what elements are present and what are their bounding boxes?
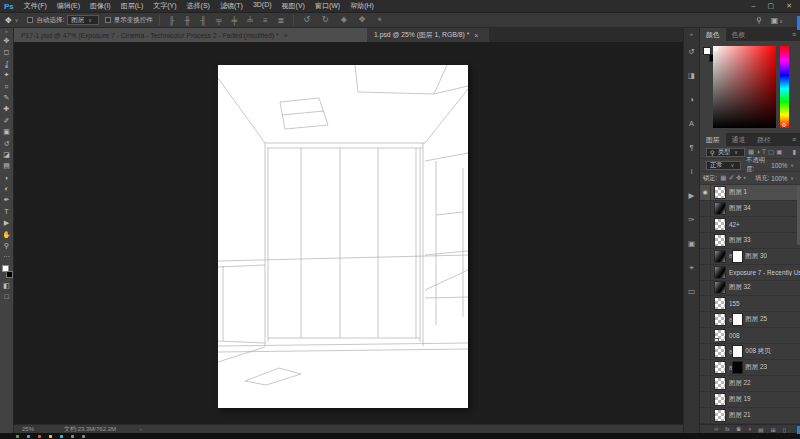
status-arrow-icon[interactable]: ＞: [138, 426, 143, 432]
visibility-toggle[interactable]: [700, 376, 711, 391]
filter-type-dropdown[interactable]: ⚲ 类型 ∨: [706, 148, 745, 157]
align-middle-icon[interactable]: ╪: [229, 16, 241, 25]
opacity-value[interactable]: 100%: [771, 162, 787, 169]
paragraph-panel-icon[interactable]: ¶: [689, 136, 693, 160]
move-tool[interactable]: ✥: [0, 35, 13, 46]
menu-item-8[interactable]: 视图(V): [277, 1, 310, 11]
edit-toolbar-icon[interactable]: ⋯: [0, 251, 13, 262]
menu-item-5[interactable]: 选择(S): [182, 1, 215, 11]
3d-drag-icon[interactable]: ◈: [338, 15, 350, 25]
dodge-tool[interactable]: ◐: [0, 183, 13, 194]
menu-item-9[interactable]: 窗口(W): [310, 1, 345, 11]
layer-row-1[interactable]: ◉图层 1: [700, 185, 800, 201]
layer-row-14[interactable]: 图层 19: [700, 392, 800, 408]
lock-transparent-icon[interactable]: ▦: [719, 174, 727, 182]
align-bottom-icon[interactable]: ╧: [244, 16, 256, 25]
layer-row-15[interactable]: 图层 21: [700, 408, 800, 424]
link-layers-icon[interactable]: ∞: [714, 426, 718, 432]
layer-row-2[interactable]: 图层 34: [700, 201, 800, 217]
eraser-tool[interactable]: ◪: [0, 149, 13, 160]
zoom-tool[interactable]: ⚲: [0, 240, 13, 251]
search-icon[interactable]: ⚲: [756, 16, 762, 25]
menu-item-10[interactable]: 帮助(H): [345, 1, 379, 11]
workspace-switcher-icon[interactable]: ▣∨: [771, 16, 786, 25]
chevron-down-icon[interactable]: ∨: [790, 175, 794, 181]
clone-source-panel-icon[interactable]: ▣: [688, 232, 695, 256]
minimize-button[interactable]: –: [752, 2, 756, 10]
hand-tool[interactable]: ✋: [0, 229, 13, 240]
auto-select-checkbox[interactable]: [27, 17, 33, 23]
tab-color[interactable]: 颜色: [700, 28, 726, 41]
canvas-area[interactable]: [14, 42, 683, 424]
zoom-level-field[interactable]: 25%: [22, 426, 56, 432]
path-selection-tool[interactable]: ▶: [0, 217, 13, 228]
taskbar-app-icon-1[interactable]: [27, 435, 30, 438]
history-panel-icon[interactable]: ↺: [688, 40, 694, 64]
lock-all-icon[interactable]: ▪: [742, 174, 746, 182]
healing-brush-tool[interactable]: ✚: [0, 103, 13, 114]
layer-mask-thumbnail[interactable]: [732, 313, 743, 326]
gradient-tool[interactable]: ▤: [0, 160, 13, 171]
visibility-toggle[interactable]: [700, 296, 711, 311]
filter-pixel-icon[interactable]: ▦: [747, 148, 755, 156]
auto-select-dropdown[interactable]: 图层 ∨: [67, 15, 99, 25]
quick-selection-tool[interactable]: ✦: [0, 69, 13, 80]
color-marker[interactable]: [714, 47, 718, 51]
taskbar-app-icon-2[interactable]: [38, 435, 41, 438]
panel-menu-icon[interactable]: ≡: [792, 133, 800, 146]
layer-row-10[interactable]: 008: [700, 328, 800, 344]
crop-tool[interactable]: ⌗: [0, 81, 13, 92]
visibility-toggle[interactable]: [700, 249, 711, 264]
document-canvas[interactable]: [218, 65, 468, 408]
filter-shape-icon[interactable]: ▢: [767, 148, 775, 156]
brushes-panel-icon[interactable]: ✑: [688, 208, 694, 232]
taskbar-app-icon-4[interactable]: [60, 435, 63, 438]
type-tool[interactable]: T: [0, 206, 13, 217]
hue-slider[interactable]: [780, 46, 789, 128]
menu-item-2[interactable]: 图像(I): [85, 1, 116, 11]
blur-tool[interactable]: ◗: [0, 172, 13, 183]
distribute-horizontal-icon[interactable]: ≡: [260, 16, 271, 25]
visibility-toggle[interactable]: [700, 281, 711, 296]
layer-mask-thumbnail[interactable]: [732, 250, 743, 263]
tab-swatches[interactable]: 色板: [726, 28, 752, 41]
saturation-brightness-field[interactable]: [713, 46, 776, 128]
visibility-toggle[interactable]: [700, 217, 711, 232]
lasso-tool[interactable]: ʆ: [0, 58, 13, 69]
tab-channels[interactable]: 通道: [726, 133, 752, 146]
menu-item-4[interactable]: 文字(Y): [148, 1, 181, 11]
visibility-toggle[interactable]: [700, 233, 711, 248]
document-tab-2[interactable]: 1.psd @ 25% (图层 1, RGB/8) *×: [367, 28, 489, 42]
toolbar-grip[interactable]: »: [5, 28, 8, 35]
eyedropper-tool[interactable]: ✎: [0, 92, 13, 103]
menu-item-1[interactable]: 编辑(E): [52, 1, 85, 11]
layer-row-11[interactable]: 8008 拷贝: [700, 344, 800, 360]
layer-row-12[interactable]: 8图层 23: [700, 360, 800, 376]
3d-scale-icon[interactable]: ⌖: [375, 15, 386, 25]
menu-item-6[interactable]: 滤镜(T): [215, 1, 248, 11]
visibility-toggle[interactable]: ◉: [700, 185, 711, 200]
layer-effects-icon[interactable]: fx: [725, 426, 730, 432]
align-top-icon[interactable]: ╤: [213, 16, 225, 25]
navigator-panel-icon[interactable]: ⌖: [689, 256, 693, 280]
group-layers-icon[interactable]: ▤: [758, 426, 764, 433]
taskbar-app-icon-6[interactable]: [82, 435, 85, 438]
distribute-vertical-icon[interactable]: ≣: [275, 16, 288, 25]
visibility-toggle[interactable]: [700, 344, 711, 359]
align-center-horizontal-icon[interactable]: ╫: [182, 16, 194, 25]
screen-mode-icon[interactable]: □: [0, 291, 13, 302]
layer-row-5[interactable]: 8图层 30: [700, 249, 800, 265]
new-layer-icon[interactable]: ⊞: [771, 426, 776, 433]
tool-preset-caret-icon[interactable]: ∨: [15, 17, 19, 23]
layer-row-13[interactable]: 图层 22: [700, 376, 800, 392]
chevron-down-icon[interactable]: ∨: [790, 162, 794, 168]
layer-row-8[interactable]: 155: [700, 296, 800, 312]
marquee-tool[interactable]: ◻: [0, 46, 13, 57]
adjustments-panel-icon[interactable]: ◑: [689, 88, 694, 112]
restore-button[interactable]: ▢: [768, 2, 775, 10]
close-button[interactable]: ✕: [786, 2, 792, 10]
taskbar-app-icon-5[interactable]: [71, 435, 74, 438]
background-color-swatch[interactable]: [6, 271, 13, 278]
blend-mode-dropdown[interactable]: 正常 ∨: [706, 161, 741, 170]
fill-value[interactable]: 100%: [771, 175, 787, 182]
